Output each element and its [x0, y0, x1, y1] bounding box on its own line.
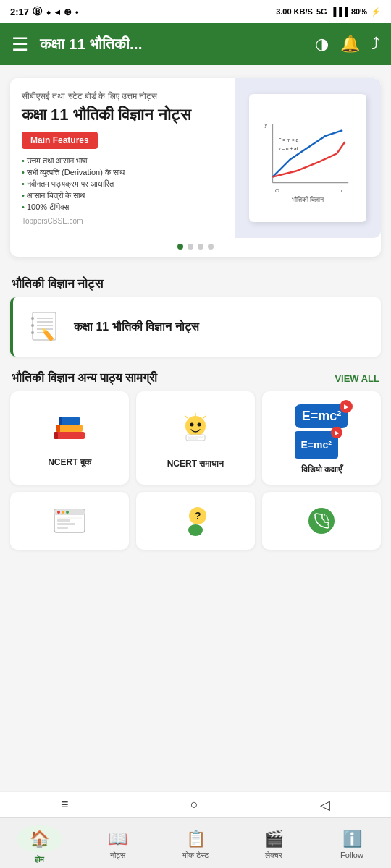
- grid-row-2: ?: [10, 492, 381, 550]
- svg-point-37: [66, 511, 69, 514]
- sys-back-button[interactable]: ◁: [320, 797, 330, 813]
- status-right: 3.00 KB/S 5G ▐▐▐ 80% ⚡: [276, 7, 381, 17]
- status-time: 2:17: [10, 7, 29, 17]
- nav-follow-label: Follow: [340, 851, 363, 859]
- chart-caption: भौतिकी विज्ञान: [292, 196, 324, 204]
- nav-lecture[interactable]: 🎬 लेक्चर: [235, 830, 313, 860]
- banner-title: कक्षा 11 भौतिकी विज्ञान नोट्स: [22, 106, 223, 124]
- feature-item-4: आसान चित्रों के साथ: [22, 190, 223, 201]
- svg-text:x: x: [340, 187, 343, 193]
- banner-right: O x y F = m × a v = u + at भौतिकी विज्ञा…: [235, 78, 381, 238]
- study-material-header: भौतिकी विज्ञान अन्य पाठ्य सामग्री VIEW A…: [0, 364, 391, 391]
- partial-item-2[interactable]: ?: [136, 492, 255, 550]
- notes-card[interactable]: कक्षा 11 भौतिकी विज्ञान नोट्स: [10, 297, 381, 357]
- menu-icon[interactable]: ☰: [12, 33, 28, 56]
- app-bar: ☰ कक्षा 11 भौतिकी... ◑ 🔔 ⤴: [0, 23, 391, 65]
- banner-section: सीबीएसई तथा स्टेट बोर्ड के लिए उत्तम नोट…: [10, 78, 381, 257]
- share-icon[interactable]: ⤴: [371, 35, 379, 54]
- svg-point-44: [188, 524, 203, 536]
- nav-notes-label: नोट्स: [110, 851, 125, 860]
- partial-item-1[interactable]: [10, 492, 129, 550]
- main-features-button[interactable]: Main Features: [22, 132, 98, 149]
- notes-card-section: कक्षा 11 भौतिकी विज्ञान नोट्स: [10, 297, 381, 357]
- emc2-icon: ▶ E=mc² E=mc² ▶: [295, 404, 349, 459]
- phone-icon: [305, 504, 338, 540]
- nav-mock-test[interactable]: 📋 मोक टेस्ट: [156, 830, 235, 860]
- svg-point-16: [31, 324, 34, 327]
- banner-card: सीबीएसई तथा स्टेट बोर्ड के लिए उत्तम नोट…: [10, 78, 381, 238]
- status-b-icon: Ⓑ: [33, 5, 42, 18]
- svg-rect-18: [54, 432, 85, 439]
- svg-rect-21: [54, 432, 58, 439]
- sys-menu-button[interactable]: ≡: [61, 797, 69, 812]
- svg-point-17: [31, 331, 34, 334]
- notes-card-title: कक्षा 11 भौतिकी विज्ञान नोट्स: [74, 320, 199, 333]
- nav-home-icon-wrap: 🏠: [17, 825, 62, 853]
- home-icon: 🏠: [30, 830, 49, 848]
- video-classes-item[interactable]: ▶ E=mc² E=mc² ▶ विडियो कक्षाएँ: [262, 391, 381, 485]
- svg-rect-41: [57, 527, 68, 529]
- status-arrow-icon: ⬧: [46, 7, 51, 17]
- status-nav-icon: ◂: [55, 7, 60, 17]
- notes-section-title: भौतिकी विज्ञान नोट्स: [12, 277, 103, 292]
- notes-card-icon: [25, 307, 64, 346]
- svg-text:?: ?: [195, 510, 201, 522]
- nav-home[interactable]: 🏠 होम: [0, 825, 78, 864]
- partial-item-3[interactable]: [262, 492, 381, 550]
- nav-mock-label: मोक टेस्ट: [182, 851, 209, 860]
- carousel-dots: [10, 238, 381, 257]
- svg-point-36: [62, 511, 64, 514]
- status-dot: •: [75, 7, 79, 17]
- status-5g: 5G: [316, 7, 327, 16]
- status-wifi-icon: ⊛: [64, 7, 72, 17]
- status-signal-icon: ▐▐▐: [331, 7, 348, 16]
- app-title: कक्षा 11 भौतिकी...: [40, 35, 303, 53]
- svg-point-35: [57, 511, 60, 514]
- notebook-icon: [27, 310, 62, 344]
- nav-follow[interactable]: ℹ️ Follow: [313, 830, 391, 859]
- banner-graph-card: O x y F = m × a v = u + at भौतिकी विज्ञा…: [249, 94, 366, 222]
- feature-item-2: सभी व्युत्पत्ति (Derivation) के साथ: [22, 166, 223, 178]
- study-material-title: भौतिकी विज्ञान अन्य पाठ्य सामग्री: [12, 371, 157, 386]
- status-battery: 80%: [351, 7, 367, 16]
- browser-icon: [53, 508, 86, 537]
- question-icon: ?: [179, 504, 212, 540]
- banner-left: सीबीएसई तथा स्टेट बोर्ड के लिए उत्तम नोट…: [10, 78, 235, 238]
- svg-rect-27: [186, 435, 205, 441]
- dot-4[interactable]: [208, 244, 214, 250]
- svg-rect-7: [33, 312, 56, 340]
- svg-point-24: [185, 416, 206, 436]
- dot-3[interactable]: [198, 244, 203, 250]
- svg-text:v = u + at: v = u + at: [279, 145, 298, 150]
- svg-point-25: [190, 423, 194, 427]
- ncert-solutions-item[interactable]: NCERT समाधान: [136, 391, 255, 485]
- svg-text:F = m × a: F = m × a: [279, 137, 299, 142]
- follow-icon: ℹ️: [342, 830, 362, 848]
- grid-section: NCERT बुक: [10, 391, 381, 550]
- nav-lecture-label: लेक्चर: [265, 851, 282, 860]
- svg-line-31: [185, 416, 188, 418]
- ncert-book-item[interactable]: NCERT बुक: [10, 391, 129, 485]
- grid-3: NCERT बुक: [10, 391, 381, 485]
- bulb-icon: [177, 410, 214, 453]
- dot-2[interactable]: [188, 244, 193, 250]
- video-classes-label: विडियो कक्षाएँ: [301, 464, 342, 475]
- nav-notes[interactable]: 📖 नोट्स: [78, 830, 156, 860]
- play-badge: ▶: [340, 400, 353, 413]
- dot-1[interactable]: [177, 244, 183, 250]
- svg-rect-23: [59, 417, 62, 425]
- view-all-button[interactable]: VIEW ALL: [335, 373, 379, 384]
- ncert-book-label: NCERT बुक: [48, 457, 91, 467]
- sys-home-button[interactable]: ○: [190, 797, 198, 812]
- svg-rect-40: [57, 523, 75, 525]
- svg-point-45: [308, 508, 335, 534]
- status-battery-icon: ⚡: [371, 7, 381, 17]
- nav-home-label: होम: [35, 855, 44, 864]
- books-icon: [51, 412, 88, 451]
- bell-icon[interactable]: 🔔: [340, 35, 360, 54]
- svg-text:O: O: [275, 187, 279, 193]
- theme-icon[interactable]: ◑: [315, 35, 329, 54]
- feature-item-1: उत्तम तथा आसान भाषा: [22, 155, 223, 166]
- bottom-nav: 🏠 होम 📖 नोट्स 📋 मोक टेस्ट 🎬 लेक्चर ℹ️ Fo…: [0, 817, 391, 868]
- svg-rect-19: [56, 425, 83, 432]
